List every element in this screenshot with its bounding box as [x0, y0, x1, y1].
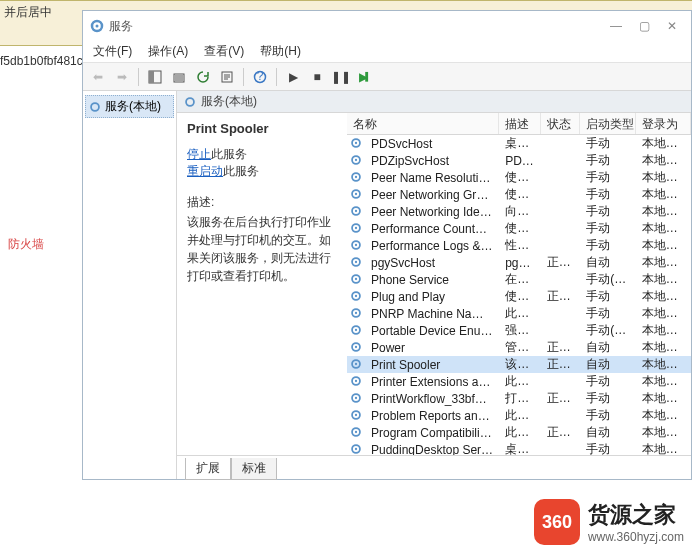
cell-logon: 本地服务: [636, 203, 691, 220]
cell-name: Peer Networking Grouping: [365, 188, 499, 202]
start-service-button[interactable]: ▶: [282, 66, 304, 88]
tab-extended[interactable]: 扩展: [185, 458, 231, 480]
close-button[interactable]: ✕: [665, 19, 679, 33]
tree-root-label: 服务(本地): [105, 98, 161, 115]
watermark-logo: 360 货源之家 www.360hyzj.com: [534, 499, 684, 545]
svg-point-39: [355, 379, 357, 381]
service-row[interactable]: Peer Networking Grouping使用...手动本地服务: [347, 186, 691, 203]
cell-start: 手动: [580, 135, 635, 152]
show-hide-tree-button[interactable]: [144, 66, 166, 88]
tree-pane: 服务(本地): [83, 91, 177, 479]
svg-text:?: ?: [257, 70, 264, 83]
service-row[interactable]: Performance Counter DLL ...使远...手动本地服务: [347, 220, 691, 237]
cell-start: 手动: [580, 390, 635, 407]
cell-logon: 本地系统: [636, 356, 691, 373]
service-detail-pane: Print Spooler 停止此服务 重启动此服务 描述: 该服务在后台执行打…: [177, 113, 347, 455]
cell-start: 手动(触发...: [580, 271, 635, 288]
cell-name: Program Compatibility Assi...: [365, 426, 499, 440]
service-row[interactable]: PNRP Machine Name Publ...此服...手动本地服务: [347, 305, 691, 322]
cell-start: 手动(触发...: [580, 322, 635, 339]
svg-point-1: [96, 25, 99, 28]
bg-tab: 并后居中: [4, 4, 52, 21]
service-row[interactable]: Portable Device Enumerat...强制...手动(触发...…: [347, 322, 691, 339]
svg-point-15: [355, 175, 357, 177]
menu-help[interactable]: 帮助(H): [254, 41, 307, 62]
service-row[interactable]: PuddingDesktop Service桌面...手动本地系统: [347, 441, 691, 455]
cell-logon: 本地系统: [636, 135, 691, 152]
service-row[interactable]: Printer Extensions and Noti...此服...手动本地系…: [347, 373, 691, 390]
service-row[interactable]: Phone Service在设...手动(触发...本地服务: [347, 271, 691, 288]
service-row[interactable]: PDZipSvcHostPDZi...手动本地系统: [347, 152, 691, 169]
cell-desc: 桌面...: [499, 135, 541, 152]
cell-start: 手动: [580, 305, 635, 322]
properties-button[interactable]: [216, 66, 238, 88]
forward-button[interactable]: ➡: [111, 66, 133, 88]
gear-icon: [349, 425, 365, 441]
restart-service-button[interactable]: ▶▌: [354, 66, 376, 88]
service-row[interactable]: Performance Logs & Alerts性能...手动本地服务: [347, 237, 691, 254]
cell-name: Peer Name Resolution Pro...: [365, 171, 499, 185]
menu-action[interactable]: 操作(A): [142, 41, 194, 62]
svg-point-17: [355, 192, 357, 194]
description-label: 描述:: [187, 194, 337, 211]
back-button[interactable]: ⬅: [87, 66, 109, 88]
menu-view[interactable]: 查看(V): [198, 41, 250, 62]
cell-status: 正在...: [541, 356, 581, 373]
maximize-button[interactable]: ▢: [637, 19, 651, 33]
pause-service-button[interactable]: ❚❚: [330, 66, 352, 88]
cell-start: 手动: [580, 407, 635, 424]
cell-name: PuddingDesktop Service: [365, 443, 499, 456]
cell-name: Problem Reports and Solut...: [365, 409, 499, 423]
service-row[interactable]: Print Spooler该服...正在...自动本地系统: [347, 356, 691, 373]
gear-icon: [349, 408, 365, 424]
col-name[interactable]: 名称: [347, 113, 499, 134]
restart-link[interactable]: 重启动: [187, 164, 223, 178]
gear-icon: [349, 442, 365, 456]
tab-standard[interactable]: 标准: [231, 458, 277, 480]
stop-link[interactable]: 停止: [187, 147, 211, 161]
svg-point-43: [355, 413, 357, 415]
service-row[interactable]: Peer Name Resolution Pro...使用...手动本地服务: [347, 169, 691, 186]
gear-icon: [349, 204, 365, 220]
service-row[interactable]: Problem Reports and Solut...此服...手动本地系统: [347, 407, 691, 424]
service-row[interactable]: Power管理...正在...自动本地系统: [347, 339, 691, 356]
cell-desc: 强制...: [499, 322, 541, 339]
col-logon[interactable]: 登录为: [636, 113, 691, 134]
cell-logon: 本地服务: [636, 305, 691, 322]
hash-text: f5db1b0fbf481c: [0, 46, 80, 76]
gear-icon: [349, 323, 365, 339]
col-status[interactable]: 状态: [541, 113, 581, 134]
stop-service-button[interactable]: ■: [306, 66, 328, 88]
service-row[interactable]: Program Compatibility Assi...此服...正在...自…: [347, 424, 691, 441]
menu-file[interactable]: 文件(F): [87, 41, 138, 62]
service-row[interactable]: pgySvcHostpgyS...正在...自动本地系统: [347, 254, 691, 271]
cell-name: Print Spooler: [365, 358, 499, 372]
service-row[interactable]: Peer Networking Identity ...向对...手动本地服务: [347, 203, 691, 220]
tree-root-services-local[interactable]: 服务(本地): [85, 95, 174, 118]
cell-name: PNRP Machine Name Publ...: [365, 307, 499, 321]
cell-desc: 在设...: [499, 271, 541, 288]
gear-icon: [88, 100, 102, 114]
cell-start: 手动: [580, 220, 635, 237]
cell-desc: 此服...: [499, 407, 541, 424]
export-button[interactable]: [168, 66, 190, 88]
cell-logon: 本地服务: [636, 271, 691, 288]
help-button[interactable]: ?: [249, 66, 271, 88]
col-desc[interactable]: 描述: [499, 113, 541, 134]
gear-icon: [183, 95, 197, 109]
cell-logon: 本地系统: [636, 254, 691, 271]
cell-status: 正在...: [541, 390, 581, 407]
cell-start: 手动: [580, 441, 635, 455]
col-start[interactable]: 启动类型: [580, 113, 635, 134]
services-icon: [89, 18, 105, 34]
svg-point-9: [186, 98, 194, 106]
service-row[interactable]: PrintWorkflow_33bf4399打印...正在...手动本地系统: [347, 390, 691, 407]
cell-name: Peer Networking Identity ...: [365, 205, 499, 219]
cell-logon: 本地系统: [636, 152, 691, 169]
cell-logon: 本地系统: [636, 339, 691, 356]
cell-desc: 此服...: [499, 424, 541, 441]
service-row[interactable]: Plug and Play使计...正在...手动本地系统: [347, 288, 691, 305]
service-row[interactable]: PDSvcHost桌面...手动本地系统: [347, 135, 691, 152]
minimize-button[interactable]: —: [609, 19, 623, 33]
refresh-button[interactable]: [192, 66, 214, 88]
